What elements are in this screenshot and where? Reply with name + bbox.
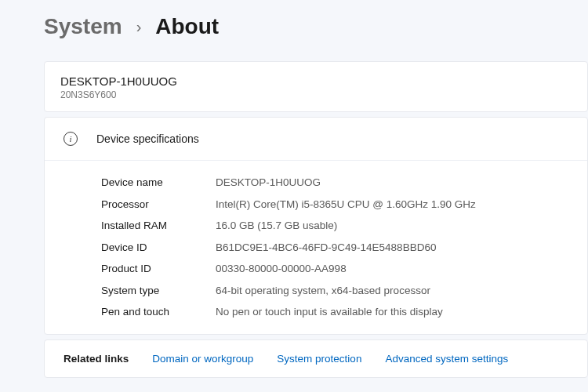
device-model: 20N3S6Y600 <box>60 89 572 100</box>
spec-value: DESKTOP-1H0UUOG <box>216 175 321 191</box>
spec-value: B61DC9E1-4BC6-46FD-9C49-14E5488BBD60 <box>216 240 436 256</box>
spec-label: Product ID <box>101 261 216 277</box>
spec-label: Pen and touch <box>101 304 216 320</box>
spec-row: Device name DESKTOP-1H0UUOG <box>101 175 572 191</box>
spec-row: Processor Intel(R) Core(TM) i5-8365U CPU… <box>101 197 572 212</box>
spec-label: Installed RAM <box>101 218 216 234</box>
spec-value: Intel(R) Core(TM) i5-8365U CPU @ 1.60GHz… <box>216 197 476 212</box>
spec-value: 00330-80000-00000-AA998 <box>216 261 347 277</box>
device-specs-header[interactable]: i Device specifications <box>45 118 587 161</box>
spec-value: No pen or touch input is available for t… <box>216 304 443 320</box>
spec-value: 64-bit operating system, x64-based proce… <box>216 283 430 299</box>
link-system-protection[interactable]: System protection <box>277 353 361 365</box>
breadcrumb-parent[interactable]: System <box>44 14 122 39</box>
device-header-card: DESKTOP-1H0UUOG 20N3S6Y600 <box>44 61 588 112</box>
spec-label: Device ID <box>101 240 216 256</box>
link-domain-workgroup[interactable]: Domain or workgroup <box>152 353 253 365</box>
chevron-right-icon: › <box>136 18 142 36</box>
spec-label: Processor <box>101 197 216 212</box>
device-hostname: DESKTOP-1H0UUOG <box>60 74 572 88</box>
device-specs-body: Device name DESKTOP-1H0UUOG Processor In… <box>45 161 587 334</box>
device-specs-card: i Device specifications Device name DESK… <box>44 117 588 335</box>
spec-row: Installed RAM 16.0 GB (15.7 GB usable) <box>101 218 572 234</box>
breadcrumb: System › About <box>44 14 588 39</box>
device-specs-title: Device specifications <box>96 132 199 145</box>
spec-row: Product ID 00330-80000-00000-AA998 <box>101 261 572 277</box>
spec-row: Pen and touch No pen or touch input is a… <box>101 304 572 320</box>
related-links-heading: Related links <box>64 353 129 365</box>
link-advanced-settings[interactable]: Advanced system settings <box>385 353 508 365</box>
spec-value: 16.0 GB (15.7 GB usable) <box>216 218 337 234</box>
spec-label: Device name <box>101 175 216 191</box>
spec-row: System type 64-bit operating system, x64… <box>101 283 572 299</box>
page-title: About <box>155 14 219 39</box>
spec-label: System type <box>101 283 216 299</box>
info-icon: i <box>64 132 78 146</box>
spec-row: Device ID B61DC9E1-4BC6-46FD-9C49-14E548… <box>101 240 572 256</box>
related-links-card: Related links Domain or workgroup System… <box>44 339 588 378</box>
